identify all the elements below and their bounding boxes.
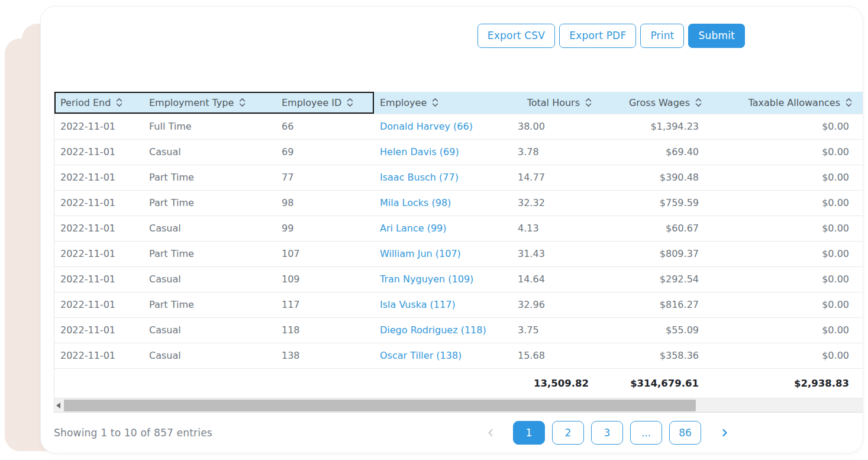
cell-employee-id: 69 (276, 139, 373, 165)
column-header-employee-id[interactable]: Employee ID (276, 92, 373, 114)
employee-link[interactable]: Isaac Busch (77) (380, 172, 459, 183)
column-label: Period End (60, 97, 111, 108)
cell-taxable-allowances: $0.00 (705, 343, 855, 368)
cell-employee: Diego Rodriguez (118) (373, 317, 512, 343)
employee-link[interactable]: Donald Harvey (66) (380, 121, 473, 132)
scroll-left-arrow-icon[interactable] (56, 403, 60, 408)
taxable-allowances-sum: $2,938.83 (705, 368, 855, 398)
cell-filler (855, 139, 863, 165)
cell-taxable-allowances: $0.00 (705, 266, 855, 292)
cell-employee: Helen Davis (69) (373, 139, 512, 165)
chevron-left-icon (486, 427, 495, 439)
cell-employee-id: 98 (276, 190, 373, 215)
cell-employee: Oscar Tiller (138) (373, 343, 512, 368)
cell-total-hours: 3.78 (512, 139, 595, 165)
table-row: 2022-11-01Casual109Tran Nyguyen (109)14.… (54, 266, 863, 292)
cell-period-end: 2022-11-01 (54, 317, 143, 343)
sort-icon (695, 97, 702, 108)
cell-employee: William Jun (107) (373, 241, 512, 266)
employee-link[interactable]: Tran Nyguyen (109) (380, 274, 473, 285)
page-button-1[interactable]: 1 (513, 421, 545, 445)
cell-employee-id: 99 (276, 215, 373, 241)
next-page-button[interactable] (717, 427, 733, 439)
employee-link[interactable]: Diego Rodriguez (118) (380, 324, 486, 336)
table-row: 2022-11-01Casual99Ari Lance (99)4.13$60.… (54, 215, 863, 241)
cell-filler (855, 215, 863, 241)
table-scroll-container: Period EndEmployment TypeEmployee IDEmpl… (54, 92, 863, 413)
column-label: Employee (380, 97, 427, 108)
cell-taxable-allowances: $0.00 (705, 114, 855, 139)
table-row: 2022-11-01Part Time117Isla Vuska (117)32… (54, 292, 863, 317)
cell-period-end: 2022-11-01 (54, 241, 143, 266)
showing-entries-text: Showing 1 to 10 of 857 entries (54, 427, 212, 439)
column-label: Gross Wages (629, 97, 690, 108)
cell-filler (855, 266, 863, 292)
page-button-2[interactable]: 2 (552, 421, 584, 445)
scrollbar-thumb[interactable] (64, 400, 696, 411)
page-button-86[interactable]: 86 (669, 421, 701, 445)
column-header-taxable-allowances[interactable]: Taxable Allowances (705, 92, 855, 114)
cell-total-hours: 32.32 (512, 190, 595, 215)
cell-total-hours: 14.77 (512, 165, 595, 190)
cell-gross-wages: $55.09 (595, 317, 705, 343)
cell-employment-type: Part Time (143, 292, 276, 317)
employee-link[interactable]: William Jun (107) (380, 248, 461, 259)
sort-icon (845, 97, 853, 108)
column-header-total-hours[interactable]: Total Hours (512, 92, 595, 114)
table-row: 2022-11-01Part Time77Isaac Busch (77)14.… (54, 165, 863, 190)
cell-gross-wages: $390.48 (595, 165, 705, 190)
column-header-gross-wages[interactable]: Gross Wages (595, 92, 705, 114)
cell-employment-type: Part Time (143, 241, 276, 266)
cell-period-end: 2022-11-01 (54, 292, 143, 317)
column-header-employee[interactable]: Employee (373, 92, 512, 114)
pagination: 123...86 (482, 421, 733, 445)
employee-link[interactable]: Oscar Tiller (138) (380, 350, 462, 361)
employee-link[interactable]: Isla Vuska (117) (380, 299, 456, 310)
cell-employee: Mila Locks (98) (373, 190, 512, 215)
cell-employee-id: 66 (276, 114, 373, 139)
export-pdf-button[interactable]: Export PDF (559, 24, 636, 48)
page-button-ellipsis[interactable]: ... (630, 421, 662, 445)
chevron-right-icon (720, 427, 730, 439)
employee-link[interactable]: Helen Davis (69) (380, 146, 459, 157)
cell-taxable-allowances: $0.00 (705, 190, 855, 215)
cell-employment-type: Part Time (143, 190, 276, 215)
page-button-3[interactable]: 3 (591, 421, 623, 445)
cell-employee: Donald Harvey (66) (373, 114, 512, 139)
submit-button[interactable]: Submit (688, 24, 745, 48)
previous-page-button[interactable] (482, 427, 499, 439)
cell-filler (855, 114, 863, 139)
column-label: Employment Type (149, 97, 234, 108)
export-csv-button[interactable]: Export CSV (477, 24, 555, 48)
cell-total-hours: 32.96 (512, 292, 595, 317)
column-label: Total Hours (527, 97, 580, 108)
table-row: 2022-11-01Casual118Diego Rodriguez (118)… (54, 317, 863, 343)
employee-link[interactable]: Ari Lance (99) (380, 223, 446, 234)
cell-employment-type: Part Time (143, 165, 276, 190)
table-footer: Showing 1 to 10 of 857 entries 123...86 (41, 416, 863, 449)
cell-employee: Isla Vuska (117) (373, 292, 512, 317)
cell-gross-wages: $1,394.23 (595, 114, 705, 139)
sort-icon (238, 97, 246, 108)
cell-gross-wages: $358.36 (595, 343, 705, 368)
cell-filler (855, 241, 863, 266)
table-body: 2022-11-01Full Time66Donald Harvey (66)3… (54, 114, 863, 368)
horizontal-scrollbar[interactable] (54, 398, 863, 412)
cell-employee-id: 118 (276, 317, 373, 343)
cell-taxable-allowances: $0.00 (705, 139, 855, 165)
table-row: 2022-11-01Part Time98Mila Locks (98)32.3… (54, 190, 863, 215)
table-row: 2022-11-01Casual69Helen Davis (69)3.78$6… (54, 139, 863, 165)
column-header-period-end[interactable]: Period End (54, 92, 143, 114)
column-header-employment-type[interactable]: Employment Type (143, 92, 276, 114)
cell-total-hours: 3.75 (512, 317, 595, 343)
cell-employee: Tran Nyguyen (109) (373, 266, 512, 292)
totals-row: 13,509.82 $314,679.61 $2,938.83 (54, 368, 863, 398)
cell-employee-id: 117 (276, 292, 373, 317)
employee-link[interactable]: Mila Locks (98) (380, 197, 451, 208)
table-header-row: Period EndEmployment TypeEmployee IDEmpl… (54, 92, 863, 114)
sort-icon (585, 97, 592, 108)
print-button[interactable]: Print (640, 24, 684, 48)
cell-gross-wages: $60.67 (595, 215, 705, 241)
cell-gross-wages: $69.40 (595, 139, 705, 165)
cell-employee: Isaac Busch (77) (373, 165, 512, 190)
